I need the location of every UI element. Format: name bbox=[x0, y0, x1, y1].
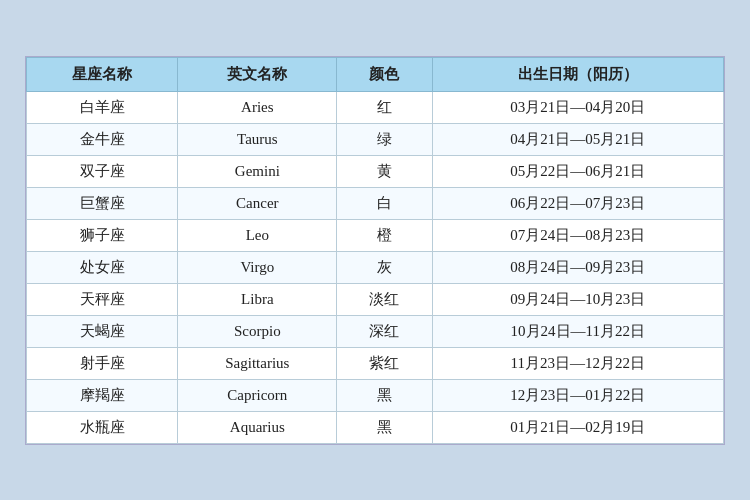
cell-zh: 巨蟹座 bbox=[27, 187, 178, 219]
cell-dates: 10月24日—11月22日 bbox=[432, 315, 723, 347]
cell-dates: 01月21日—02月19日 bbox=[432, 411, 723, 443]
table-row: 射手座Sagittarius紫红11月23日—12月22日 bbox=[27, 347, 724, 379]
cell-en: Virgo bbox=[178, 251, 337, 283]
cell-dates: 03月21日—04月20日 bbox=[432, 91, 723, 123]
header-zh-name: 星座名称 bbox=[27, 57, 178, 91]
cell-zh: 双子座 bbox=[27, 155, 178, 187]
cell-dates: 12月23日—01月22日 bbox=[432, 379, 723, 411]
cell-color: 深红 bbox=[337, 315, 432, 347]
cell-en: Libra bbox=[178, 283, 337, 315]
cell-dates: 11月23日—12月22日 bbox=[432, 347, 723, 379]
zodiac-table-wrapper: 星座名称 英文名称 颜色 出生日期（阳历） 白羊座Aries红03月21日—04… bbox=[25, 56, 725, 445]
cell-en: Aries bbox=[178, 91, 337, 123]
header-en-name: 英文名称 bbox=[178, 57, 337, 91]
cell-en: Gemini bbox=[178, 155, 337, 187]
cell-zh: 摩羯座 bbox=[27, 379, 178, 411]
cell-en: Cancer bbox=[178, 187, 337, 219]
table-row: 巨蟹座Cancer白06月22日—07月23日 bbox=[27, 187, 724, 219]
cell-color: 黑 bbox=[337, 379, 432, 411]
cell-zh: 水瓶座 bbox=[27, 411, 178, 443]
table-row: 天秤座Libra淡红09月24日—10月23日 bbox=[27, 283, 724, 315]
cell-zh: 白羊座 bbox=[27, 91, 178, 123]
cell-color: 白 bbox=[337, 187, 432, 219]
cell-color: 紫红 bbox=[337, 347, 432, 379]
cell-color: 绿 bbox=[337, 123, 432, 155]
cell-zh: 天秤座 bbox=[27, 283, 178, 315]
cell-zh: 金牛座 bbox=[27, 123, 178, 155]
table-body: 白羊座Aries红03月21日—04月20日金牛座Taurus绿04月21日—0… bbox=[27, 91, 724, 443]
table-row: 天蝎座Scorpio深红10月24日—11月22日 bbox=[27, 315, 724, 347]
table-row: 白羊座Aries红03月21日—04月20日 bbox=[27, 91, 724, 123]
header-color: 颜色 bbox=[337, 57, 432, 91]
cell-zh: 狮子座 bbox=[27, 219, 178, 251]
cell-zh: 射手座 bbox=[27, 347, 178, 379]
cell-zh: 天蝎座 bbox=[27, 315, 178, 347]
cell-en: Capricorn bbox=[178, 379, 337, 411]
cell-en: Sagittarius bbox=[178, 347, 337, 379]
table-row: 金牛座Taurus绿04月21日—05月21日 bbox=[27, 123, 724, 155]
cell-color: 灰 bbox=[337, 251, 432, 283]
zodiac-table: 星座名称 英文名称 颜色 出生日期（阳历） 白羊座Aries红03月21日—04… bbox=[26, 57, 724, 444]
table-row: 狮子座Leo橙07月24日—08月23日 bbox=[27, 219, 724, 251]
cell-en: Scorpio bbox=[178, 315, 337, 347]
cell-dates: 06月22日—07月23日 bbox=[432, 187, 723, 219]
cell-dates: 07月24日—08月23日 bbox=[432, 219, 723, 251]
cell-dates: 08月24日—09月23日 bbox=[432, 251, 723, 283]
cell-dates: 04月21日—05月21日 bbox=[432, 123, 723, 155]
cell-en: Leo bbox=[178, 219, 337, 251]
table-header-row: 星座名称 英文名称 颜色 出生日期（阳历） bbox=[27, 57, 724, 91]
table-row: 处女座Virgo灰08月24日—09月23日 bbox=[27, 251, 724, 283]
cell-dates: 09月24日—10月23日 bbox=[432, 283, 723, 315]
cell-color: 橙 bbox=[337, 219, 432, 251]
table-row: 双子座Gemini黄05月22日—06月21日 bbox=[27, 155, 724, 187]
table-row: 水瓶座Aquarius黑01月21日—02月19日 bbox=[27, 411, 724, 443]
cell-zh: 处女座 bbox=[27, 251, 178, 283]
cell-color: 黑 bbox=[337, 411, 432, 443]
cell-color: 淡红 bbox=[337, 283, 432, 315]
cell-en: Aquarius bbox=[178, 411, 337, 443]
cell-dates: 05月22日—06月21日 bbox=[432, 155, 723, 187]
cell-en: Taurus bbox=[178, 123, 337, 155]
cell-color: 红 bbox=[337, 91, 432, 123]
cell-color: 黄 bbox=[337, 155, 432, 187]
table-row: 摩羯座Capricorn黑12月23日—01月22日 bbox=[27, 379, 724, 411]
header-dates: 出生日期（阳历） bbox=[432, 57, 723, 91]
